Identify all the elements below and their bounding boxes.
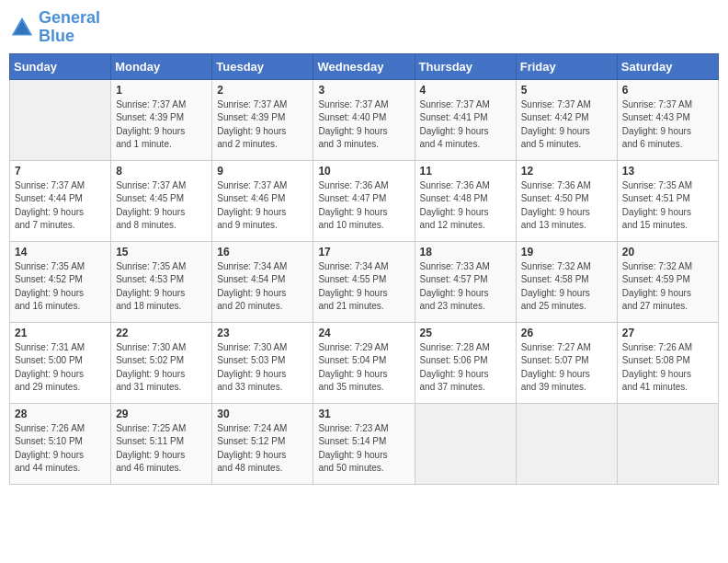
page-header: General Blue bbox=[9, 9, 719, 46]
day-info: Sunrise: 7:27 AM Sunset: 5:07 PM Dayligh… bbox=[521, 341, 612, 395]
day-info: Sunrise: 7:25 AM Sunset: 5:11 PM Dayligh… bbox=[116, 422, 207, 476]
day-info: Sunrise: 7:30 AM Sunset: 5:03 PM Dayligh… bbox=[217, 341, 308, 395]
day-number: 2 bbox=[217, 84, 308, 97]
calendar-cell: 6Sunrise: 7:37 AM Sunset: 4:43 PM Daylig… bbox=[617, 79, 718, 160]
calendar-cell: 7Sunrise: 7:37 AM Sunset: 4:44 PM Daylig… bbox=[10, 160, 111, 241]
header-sunday: Sunday bbox=[10, 53, 111, 79]
calendar-cell: 26Sunrise: 7:27 AM Sunset: 5:07 PM Dayli… bbox=[516, 322, 617, 403]
calendar-cell bbox=[617, 403, 718, 484]
day-info: Sunrise: 7:32 AM Sunset: 4:58 PM Dayligh… bbox=[521, 260, 612, 314]
day-info: Sunrise: 7:36 AM Sunset: 4:50 PM Dayligh… bbox=[521, 179, 612, 233]
day-number: 7 bbox=[15, 165, 106, 178]
day-info: Sunrise: 7:35 AM Sunset: 4:51 PM Dayligh… bbox=[622, 179, 713, 233]
day-info: Sunrise: 7:32 AM Sunset: 4:59 PM Dayligh… bbox=[622, 260, 713, 314]
day-number: 29 bbox=[116, 408, 207, 420]
header-tuesday: Tuesday bbox=[212, 53, 313, 79]
day-number: 5 bbox=[521, 84, 612, 97]
day-info: Sunrise: 7:24 AM Sunset: 5:12 PM Dayligh… bbox=[217, 422, 308, 476]
day-number: 22 bbox=[116, 327, 207, 339]
day-info: Sunrise: 7:37 AM Sunset: 4:43 PM Dayligh… bbox=[622, 98, 713, 152]
week-row-1: 7Sunrise: 7:37 AM Sunset: 4:44 PM Daylig… bbox=[10, 160, 719, 241]
calendar-cell: 10Sunrise: 7:36 AM Sunset: 4:47 PM Dayli… bbox=[313, 160, 415, 241]
day-info: Sunrise: 7:29 AM Sunset: 5:04 PM Dayligh… bbox=[318, 341, 409, 395]
calendar-cell: 15Sunrise: 7:35 AM Sunset: 4:53 PM Dayli… bbox=[111, 241, 212, 322]
calendar-cell bbox=[415, 403, 516, 484]
calendar-cell bbox=[10, 79, 111, 160]
header-saturday: Saturday bbox=[617, 53, 718, 79]
header-thursday: Thursday bbox=[415, 53, 516, 79]
calendar-cell: 8Sunrise: 7:37 AM Sunset: 4:45 PM Daylig… bbox=[111, 160, 212, 241]
day-number: 10 bbox=[318, 165, 409, 178]
day-number: 19 bbox=[521, 246, 612, 259]
calendar-cell: 21Sunrise: 7:31 AM Sunset: 5:00 PM Dayli… bbox=[10, 322, 111, 403]
calendar-cell: 1Sunrise: 7:37 AM Sunset: 4:39 PM Daylig… bbox=[111, 79, 212, 160]
day-number: 26 bbox=[521, 327, 612, 339]
day-number: 28 bbox=[15, 408, 106, 420]
day-info: Sunrise: 7:34 AM Sunset: 4:55 PM Dayligh… bbox=[318, 260, 409, 314]
calendar-cell: 13Sunrise: 7:35 AM Sunset: 4:51 PM Dayli… bbox=[617, 160, 718, 241]
calendar-cell: 25Sunrise: 7:28 AM Sunset: 5:06 PM Dayli… bbox=[415, 322, 516, 403]
calendar-cell: 30Sunrise: 7:24 AM Sunset: 5:12 PM Dayli… bbox=[212, 403, 313, 484]
calendar-cell: 28Sunrise: 7:26 AM Sunset: 5:10 PM Dayli… bbox=[10, 403, 111, 484]
day-info: Sunrise: 7:35 AM Sunset: 4:53 PM Dayligh… bbox=[116, 260, 207, 314]
calendar-cell: 5Sunrise: 7:37 AM Sunset: 4:42 PM Daylig… bbox=[516, 79, 617, 160]
calendar-table: SundayMondayTuesdayWednesdayThursdayFrid… bbox=[9, 53, 719, 485]
day-number: 11 bbox=[420, 165, 511, 178]
calendar-cell: 18Sunrise: 7:33 AM Sunset: 4:57 PM Dayli… bbox=[415, 241, 516, 322]
calendar-cell: 4Sunrise: 7:37 AM Sunset: 4:41 PM Daylig… bbox=[415, 79, 516, 160]
calendar-cell: 23Sunrise: 7:30 AM Sunset: 5:03 PM Dayli… bbox=[212, 322, 313, 403]
day-number: 1 bbox=[116, 84, 207, 97]
logo-icon bbox=[9, 15, 35, 40]
day-number: 8 bbox=[116, 165, 207, 178]
day-number: 30 bbox=[217, 408, 308, 420]
day-number: 15 bbox=[116, 246, 207, 259]
header-wednesday: Wednesday bbox=[313, 53, 415, 79]
day-info: Sunrise: 7:37 AM Sunset: 4:40 PM Dayligh… bbox=[318, 98, 409, 152]
day-info: Sunrise: 7:37 AM Sunset: 4:39 PM Dayligh… bbox=[217, 98, 308, 152]
day-number: 17 bbox=[318, 246, 409, 259]
calendar-cell: 20Sunrise: 7:32 AM Sunset: 4:59 PM Dayli… bbox=[617, 241, 718, 322]
calendar-header-row: SundayMondayTuesdayWednesdayThursdayFrid… bbox=[10, 53, 719, 79]
day-info: Sunrise: 7:37 AM Sunset: 4:39 PM Dayligh… bbox=[116, 98, 207, 152]
day-number: 9 bbox=[217, 165, 308, 178]
day-info: Sunrise: 7:26 AM Sunset: 5:08 PM Dayligh… bbox=[622, 341, 713, 395]
day-info: Sunrise: 7:37 AM Sunset: 4:46 PM Dayligh… bbox=[217, 179, 308, 233]
calendar-cell bbox=[516, 403, 617, 484]
day-info: Sunrise: 7:37 AM Sunset: 4:44 PM Dayligh… bbox=[15, 179, 106, 233]
day-info: Sunrise: 7:36 AM Sunset: 4:48 PM Dayligh… bbox=[420, 179, 511, 233]
header-monday: Monday bbox=[111, 53, 212, 79]
calendar-cell: 3Sunrise: 7:37 AM Sunset: 4:40 PM Daylig… bbox=[313, 79, 415, 160]
calendar-cell: 22Sunrise: 7:30 AM Sunset: 5:02 PM Dayli… bbox=[111, 322, 212, 403]
day-info: Sunrise: 7:37 AM Sunset: 4:42 PM Dayligh… bbox=[521, 98, 612, 152]
day-number: 18 bbox=[420, 246, 511, 259]
calendar-cell: 19Sunrise: 7:32 AM Sunset: 4:58 PM Dayli… bbox=[516, 241, 617, 322]
calendar-cell: 27Sunrise: 7:26 AM Sunset: 5:08 PM Dayli… bbox=[617, 322, 718, 403]
day-number: 4 bbox=[420, 84, 511, 97]
day-number: 16 bbox=[217, 246, 308, 259]
day-number: 25 bbox=[420, 327, 511, 339]
week-row-4: 28Sunrise: 7:26 AM Sunset: 5:10 PM Dayli… bbox=[10, 403, 719, 484]
day-number: 6 bbox=[622, 84, 713, 97]
calendar-cell: 12Sunrise: 7:36 AM Sunset: 4:50 PM Dayli… bbox=[516, 160, 617, 241]
day-number: 3 bbox=[318, 84, 409, 97]
calendar-cell: 11Sunrise: 7:36 AM Sunset: 4:48 PM Dayli… bbox=[415, 160, 516, 241]
logo: General Blue bbox=[9, 9, 100, 46]
week-row-0: 1Sunrise: 7:37 AM Sunset: 4:39 PM Daylig… bbox=[10, 79, 719, 160]
day-number: 31 bbox=[318, 408, 409, 420]
day-number: 13 bbox=[622, 165, 713, 178]
day-info: Sunrise: 7:34 AM Sunset: 4:54 PM Dayligh… bbox=[217, 260, 308, 314]
day-info: Sunrise: 7:37 AM Sunset: 4:41 PM Dayligh… bbox=[420, 98, 511, 152]
calendar-cell: 31Sunrise: 7:23 AM Sunset: 5:14 PM Dayli… bbox=[313, 403, 415, 484]
day-info: Sunrise: 7:36 AM Sunset: 4:47 PM Dayligh… bbox=[318, 179, 409, 233]
day-number: 21 bbox=[15, 327, 106, 339]
week-row-3: 21Sunrise: 7:31 AM Sunset: 5:00 PM Dayli… bbox=[10, 322, 719, 403]
calendar-cell: 16Sunrise: 7:34 AM Sunset: 4:54 PM Dayli… bbox=[212, 241, 313, 322]
day-info: Sunrise: 7:35 AM Sunset: 4:52 PM Dayligh… bbox=[15, 260, 106, 314]
calendar-cell: 9Sunrise: 7:37 AM Sunset: 4:46 PM Daylig… bbox=[212, 160, 313, 241]
day-info: Sunrise: 7:31 AM Sunset: 5:00 PM Dayligh… bbox=[15, 341, 106, 395]
day-number: 20 bbox=[622, 246, 713, 259]
day-info: Sunrise: 7:30 AM Sunset: 5:02 PM Dayligh… bbox=[116, 341, 207, 395]
day-info: Sunrise: 7:26 AM Sunset: 5:10 PM Dayligh… bbox=[15, 422, 106, 476]
day-number: 12 bbox=[521, 165, 612, 178]
calendar-cell: 14Sunrise: 7:35 AM Sunset: 4:52 PM Dayli… bbox=[10, 241, 111, 322]
